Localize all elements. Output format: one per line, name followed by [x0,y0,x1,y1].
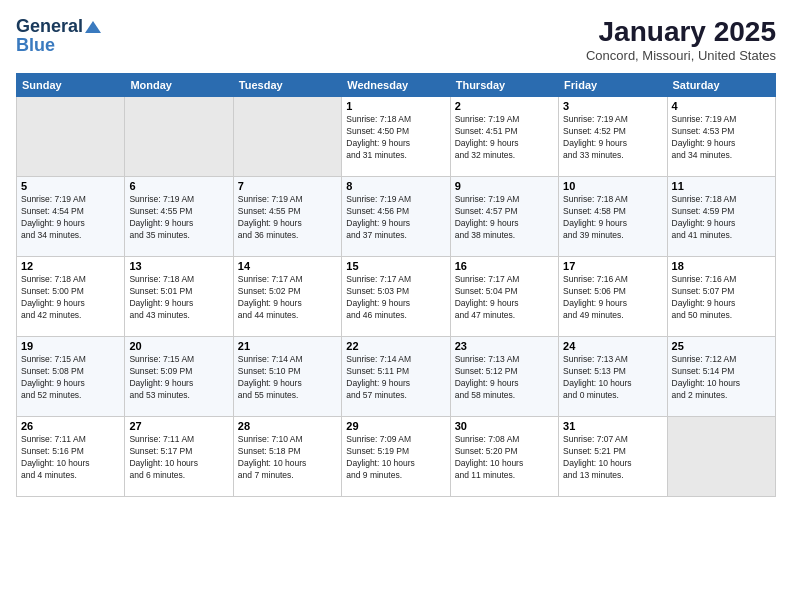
calendar-cell: 8Sunrise: 7:19 AM Sunset: 4:56 PM Daylig… [342,177,450,257]
day-info: Sunrise: 7:19 AM Sunset: 4:52 PM Dayligh… [563,114,662,162]
day-info: Sunrise: 7:19 AM Sunset: 4:51 PM Dayligh… [455,114,554,162]
calendar-cell: 17Sunrise: 7:16 AM Sunset: 5:06 PM Dayli… [559,257,667,337]
calendar-cell: 19Sunrise: 7:15 AM Sunset: 5:08 PM Dayli… [17,337,125,417]
day-info: Sunrise: 7:17 AM Sunset: 5:03 PM Dayligh… [346,274,445,322]
day-number: 24 [563,340,662,352]
day-number: 23 [455,340,554,352]
svg-marker-0 [85,21,101,33]
calendar-cell: 29Sunrise: 7:09 AM Sunset: 5:19 PM Dayli… [342,417,450,497]
calendar-page: General Blue January 2025 Concord, Misso… [0,0,792,612]
day-number: 14 [238,260,337,272]
day-info: Sunrise: 7:18 AM Sunset: 4:50 PM Dayligh… [346,114,445,162]
calendar-week-5: 26Sunrise: 7:11 AM Sunset: 5:16 PM Dayli… [17,417,776,497]
day-number: 26 [21,420,120,432]
calendar-cell: 21Sunrise: 7:14 AM Sunset: 5:10 PM Dayli… [233,337,341,417]
day-info: Sunrise: 7:10 AM Sunset: 5:18 PM Dayligh… [238,434,337,482]
day-number: 12 [21,260,120,272]
day-info: Sunrise: 7:18 AM Sunset: 4:59 PM Dayligh… [672,194,771,242]
day-info: Sunrise: 7:19 AM Sunset: 4:55 PM Dayligh… [129,194,228,242]
day-number: 25 [672,340,771,352]
day-number: 7 [238,180,337,192]
calendar-week-3: 12Sunrise: 7:18 AM Sunset: 5:00 PM Dayli… [17,257,776,337]
calendar-body: 1Sunrise: 7:18 AM Sunset: 4:50 PM Daylig… [17,97,776,497]
day-info: Sunrise: 7:18 AM Sunset: 5:00 PM Dayligh… [21,274,120,322]
calendar-cell: 12Sunrise: 7:18 AM Sunset: 5:00 PM Dayli… [17,257,125,337]
day-number: 31 [563,420,662,432]
day-info: Sunrise: 7:11 AM Sunset: 5:16 PM Dayligh… [21,434,120,482]
calendar-cell: 14Sunrise: 7:17 AM Sunset: 5:02 PM Dayli… [233,257,341,337]
day-info: Sunrise: 7:15 AM Sunset: 5:08 PM Dayligh… [21,354,120,402]
calendar-cell [17,97,125,177]
calendar-cell: 20Sunrise: 7:15 AM Sunset: 5:09 PM Dayli… [125,337,233,417]
day-info: Sunrise: 7:13 AM Sunset: 5:13 PM Dayligh… [563,354,662,402]
calendar-cell: 10Sunrise: 7:18 AM Sunset: 4:58 PM Dayli… [559,177,667,257]
day-info: Sunrise: 7:08 AM Sunset: 5:20 PM Dayligh… [455,434,554,482]
day-info: Sunrise: 7:07 AM Sunset: 5:21 PM Dayligh… [563,434,662,482]
day-info: Sunrise: 7:19 AM Sunset: 4:53 PM Dayligh… [672,114,771,162]
calendar-cell: 16Sunrise: 7:17 AM Sunset: 5:04 PM Dayli… [450,257,558,337]
day-info: Sunrise: 7:14 AM Sunset: 5:10 PM Dayligh… [238,354,337,402]
calendar-cell [233,97,341,177]
day-info: Sunrise: 7:19 AM Sunset: 4:56 PM Dayligh… [346,194,445,242]
calendar-title: January 2025 [586,16,776,48]
calendar-cell: 9Sunrise: 7:19 AM Sunset: 4:57 PM Daylig… [450,177,558,257]
day-number: 17 [563,260,662,272]
day-info: Sunrise: 7:14 AM Sunset: 5:11 PM Dayligh… [346,354,445,402]
day-number: 5 [21,180,120,192]
calendar-cell: 25Sunrise: 7:12 AM Sunset: 5:14 PM Dayli… [667,337,775,417]
calendar-cell: 18Sunrise: 7:16 AM Sunset: 5:07 PM Dayli… [667,257,775,337]
calendar-cell: 11Sunrise: 7:18 AM Sunset: 4:59 PM Dayli… [667,177,775,257]
day-number: 3 [563,100,662,112]
day-number: 15 [346,260,445,272]
logo-icon [85,19,101,35]
day-info: Sunrise: 7:15 AM Sunset: 5:09 PM Dayligh… [129,354,228,402]
header-sunday: Sunday [17,74,125,97]
day-number: 4 [672,100,771,112]
day-info: Sunrise: 7:19 AM Sunset: 4:55 PM Dayligh… [238,194,337,242]
day-number: 28 [238,420,337,432]
day-number: 1 [346,100,445,112]
calendar-week-4: 19Sunrise: 7:15 AM Sunset: 5:08 PM Dayli… [17,337,776,417]
day-number: 18 [672,260,771,272]
calendar-header-row: Sunday Monday Tuesday Wednesday Thursday… [17,74,776,97]
calendar-cell: 4Sunrise: 7:19 AM Sunset: 4:53 PM Daylig… [667,97,775,177]
day-number: 22 [346,340,445,352]
header-monday: Monday [125,74,233,97]
day-info: Sunrise: 7:16 AM Sunset: 5:07 PM Dayligh… [672,274,771,322]
calendar-cell: 23Sunrise: 7:13 AM Sunset: 5:12 PM Dayli… [450,337,558,417]
day-number: 19 [21,340,120,352]
day-number: 11 [672,180,771,192]
day-number: 30 [455,420,554,432]
logo-general: General [16,16,83,37]
calendar-cell: 26Sunrise: 7:11 AM Sunset: 5:16 PM Dayli… [17,417,125,497]
logo: General Blue [16,16,101,56]
day-info: Sunrise: 7:19 AM Sunset: 4:54 PM Dayligh… [21,194,120,242]
calendar-cell: 15Sunrise: 7:17 AM Sunset: 5:03 PM Dayli… [342,257,450,337]
day-info: Sunrise: 7:17 AM Sunset: 5:04 PM Dayligh… [455,274,554,322]
calendar-cell [667,417,775,497]
calendar-cell: 5Sunrise: 7:19 AM Sunset: 4:54 PM Daylig… [17,177,125,257]
calendar-cell: 13Sunrise: 7:18 AM Sunset: 5:01 PM Dayli… [125,257,233,337]
calendar-cell: 27Sunrise: 7:11 AM Sunset: 5:17 PM Dayli… [125,417,233,497]
header-saturday: Saturday [667,74,775,97]
day-number: 13 [129,260,228,272]
day-number: 6 [129,180,228,192]
day-info: Sunrise: 7:19 AM Sunset: 4:57 PM Dayligh… [455,194,554,242]
calendar-cell: 2Sunrise: 7:19 AM Sunset: 4:51 PM Daylig… [450,97,558,177]
calendar-cell: 30Sunrise: 7:08 AM Sunset: 5:20 PM Dayli… [450,417,558,497]
calendar-table: Sunday Monday Tuesday Wednesday Thursday… [16,73,776,497]
day-info: Sunrise: 7:11 AM Sunset: 5:17 PM Dayligh… [129,434,228,482]
day-number: 27 [129,420,228,432]
header-wednesday: Wednesday [342,74,450,97]
calendar-cell [125,97,233,177]
day-info: Sunrise: 7:13 AM Sunset: 5:12 PM Dayligh… [455,354,554,402]
header-thursday: Thursday [450,74,558,97]
page-header: General Blue January 2025 Concord, Misso… [16,16,776,63]
calendar-cell: 1Sunrise: 7:18 AM Sunset: 4:50 PM Daylig… [342,97,450,177]
calendar-cell: 28Sunrise: 7:10 AM Sunset: 5:18 PM Dayli… [233,417,341,497]
day-number: 20 [129,340,228,352]
calendar-cell: 24Sunrise: 7:13 AM Sunset: 5:13 PM Dayli… [559,337,667,417]
header-friday: Friday [559,74,667,97]
day-number: 10 [563,180,662,192]
calendar-cell: 31Sunrise: 7:07 AM Sunset: 5:21 PM Dayli… [559,417,667,497]
